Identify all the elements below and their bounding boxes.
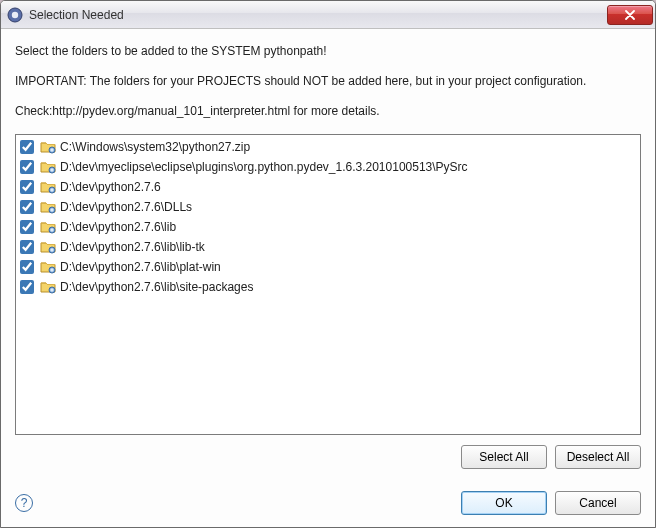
folder-path: C:\Windows\system32\python27.zip — [60, 140, 250, 154]
desc-line: Check:http://pydev.org/manual_101_interp… — [15, 103, 641, 119]
folder-icon — [40, 239, 56, 255]
folder-icon — [40, 259, 56, 275]
folder-path: D:\dev\python2.7.6\lib\lib-tk — [60, 240, 205, 254]
folder-checkbox[interactable] — [20, 200, 34, 214]
folder-icon — [40, 179, 56, 195]
close-icon — [624, 10, 636, 20]
folder-path: D:\dev\python2.7.6 — [60, 180, 161, 194]
ok-button[interactable]: OK — [461, 491, 547, 515]
folder-checkbox[interactable] — [20, 160, 34, 174]
folder-list[interactable]: C:\Windows\system32\python27.zip D:\dev\… — [15, 134, 641, 435]
folder-checkbox[interactable] — [20, 260, 34, 274]
folder-icon — [40, 159, 56, 175]
folder-checkbox[interactable] — [20, 280, 34, 294]
folder-path: D:\dev\python2.7.6\lib — [60, 220, 176, 234]
desc-line: Select the folders to be added to the SY… — [15, 43, 641, 59]
app-icon — [7, 7, 23, 23]
folder-checkbox[interactable] — [20, 240, 34, 254]
folder-checkbox[interactable] — [20, 180, 34, 194]
folder-icon — [40, 139, 56, 155]
description: Select the folders to be added to the SY… — [15, 43, 641, 134]
folder-icon — [40, 279, 56, 295]
titlebar[interactable]: Selection Needed — [1, 1, 655, 29]
folder-path: D:\dev\python2.7.6\lib\plat-win — [60, 260, 221, 274]
folder-checkbox[interactable] — [20, 140, 34, 154]
list-item[interactable]: D:\dev\python2.7.6\DLLs — [16, 197, 640, 217]
footer: ? OK Cancel — [1, 481, 655, 527]
list-item[interactable]: D:\dev\python2.7.6\lib\site-packages — [16, 277, 640, 297]
svg-point-1 — [12, 11, 18, 17]
desc-line: IMPORTANT: The folders for your PROJECTS… — [15, 73, 641, 89]
list-item[interactable]: D:\dev\python2.7.6\lib — [16, 217, 640, 237]
deselect-all-button[interactable]: Deselect All — [555, 445, 641, 469]
folder-path: D:\dev\python2.7.6\lib\site-packages — [60, 280, 253, 294]
close-button[interactable] — [607, 5, 653, 25]
folder-path: D:\dev\myeclipse\eclipse\plugins\org.pyt… — [60, 160, 468, 174]
folder-checkbox[interactable] — [20, 220, 34, 234]
list-item[interactable]: D:\dev\python2.7.6\lib\plat-win — [16, 257, 640, 277]
cancel-button[interactable]: Cancel — [555, 491, 641, 515]
folder-icon — [40, 219, 56, 235]
folder-path: D:\dev\python2.7.6\DLLs — [60, 200, 192, 214]
list-item[interactable]: D:\dev\python2.7.6\lib\lib-tk — [16, 237, 640, 257]
list-item[interactable]: D:\dev\python2.7.6 — [16, 177, 640, 197]
dialog-window: Selection Needed Select the folders to b… — [0, 0, 656, 528]
selection-buttons: Select All Deselect All — [15, 445, 641, 469]
content-area: Select the folders to be added to the SY… — [1, 29, 655, 481]
folder-icon — [40, 199, 56, 215]
window-title: Selection Needed — [29, 8, 607, 22]
list-item[interactable]: C:\Windows\system32\python27.zip — [16, 137, 640, 157]
select-all-button[interactable]: Select All — [461, 445, 547, 469]
list-item[interactable]: D:\dev\myeclipse\eclipse\plugins\org.pyt… — [16, 157, 640, 177]
help-button[interactable]: ? — [15, 494, 33, 512]
